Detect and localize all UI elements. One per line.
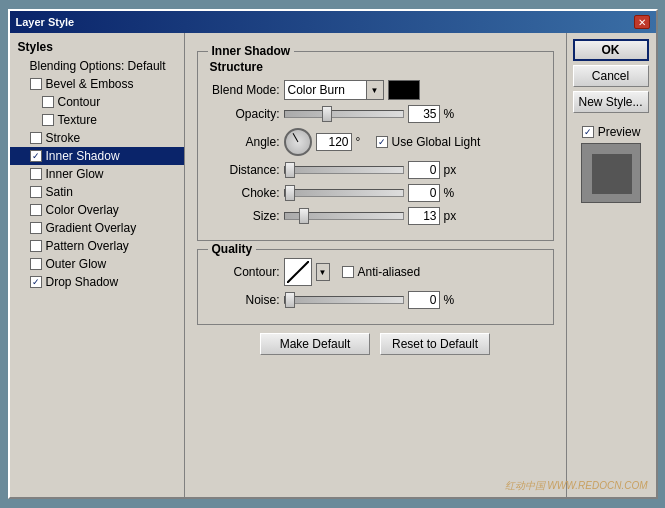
sidebar-item-inner-glow[interactable]: Inner Glow bbox=[10, 165, 184, 183]
title-bar: Layer Style ✕ bbox=[10, 11, 656, 33]
make-default-button[interactable]: Make Default bbox=[260, 333, 370, 355]
new-style-button[interactable]: New Style... bbox=[573, 91, 649, 113]
contour-icon bbox=[287, 261, 309, 283]
contour-label: Contour: bbox=[210, 265, 280, 279]
angle-label: Angle: bbox=[210, 135, 280, 149]
quality-title: Quality bbox=[208, 242, 257, 256]
size-input[interactable] bbox=[408, 207, 440, 225]
left-panel: Styles Blending Options: DefaultBevel & … bbox=[10, 33, 185, 497]
layer-style-dialog: Layer Style ✕ Styles Blending Options: D… bbox=[8, 9, 658, 499]
noise-unit: % bbox=[444, 293, 460, 307]
opacity-input[interactable] bbox=[408, 105, 440, 123]
structure-subtitle: Structure bbox=[210, 60, 541, 74]
choke-slider[interactable] bbox=[284, 189, 404, 197]
contour-preview[interactable] bbox=[284, 258, 312, 286]
sidebar-item-pattern-overlay[interactable]: Pattern Overlay bbox=[10, 237, 184, 255]
distance-row: Distance: px bbox=[210, 161, 541, 179]
checkbox-satin[interactable] bbox=[30, 186, 42, 198]
checkbox-gradient-overlay[interactable] bbox=[30, 222, 42, 234]
noise-slider[interactable] bbox=[284, 296, 404, 304]
noise-label: Noise: bbox=[210, 293, 280, 307]
angle-input[interactable] bbox=[316, 133, 352, 151]
noise-input[interactable] bbox=[408, 291, 440, 309]
opacity-label: Opacity: bbox=[210, 107, 280, 121]
blend-mode-select[interactable]: Color Burn Normal Multiply bbox=[284, 80, 384, 100]
noise-row: Noise: % bbox=[210, 291, 541, 309]
inner-shadow-section: Inner Shadow Structure Blend Mode: Color… bbox=[197, 51, 554, 241]
blend-mode-select-wrapper: Color Burn Normal Multiply ▼ bbox=[284, 80, 384, 100]
angle-needle bbox=[292, 133, 298, 142]
sidebar-item-bevel-emboss[interactable]: Bevel & Emboss bbox=[10, 75, 184, 93]
checkbox-stroke[interactable] bbox=[30, 132, 42, 144]
size-row: Size: px bbox=[210, 207, 541, 225]
sidebar-item-contour[interactable]: Contour bbox=[10, 93, 184, 111]
dialog-title: Layer Style bbox=[16, 16, 75, 28]
preview-label[interactable]: ✓ Preview bbox=[582, 125, 641, 139]
bottom-buttons: Make Default Reset to Default bbox=[197, 333, 554, 355]
cancel-button[interactable]: Cancel bbox=[573, 65, 649, 87]
contour-row: Contour: ▼ Anti-aliased bbox=[210, 258, 541, 286]
blend-mode-label: Blend Mode: bbox=[210, 83, 280, 97]
checkbox-inner-glow[interactable] bbox=[30, 168, 42, 180]
checkbox-bevel-emboss[interactable] bbox=[30, 78, 42, 90]
main-content: Inner Shadow Structure Blend Mode: Color… bbox=[185, 33, 566, 497]
sidebar-item-color-overlay[interactable]: Color Overlay bbox=[10, 201, 184, 219]
sidebar-item-gradient-overlay[interactable]: Gradient Overlay bbox=[10, 219, 184, 237]
sidebar-item-blending-options[interactable]: Blending Options: Default bbox=[10, 57, 184, 75]
choke-label: Choke: bbox=[210, 186, 280, 200]
preview-container: ✓ Preview bbox=[573, 125, 650, 203]
watermark: 红动中国 WWW.REDOCN.COM bbox=[505, 479, 648, 493]
color-swatch[interactable] bbox=[388, 80, 420, 100]
sidebar-item-stroke[interactable]: Stroke bbox=[10, 129, 184, 147]
preview-checkbox[interactable]: ✓ bbox=[582, 126, 594, 138]
close-button[interactable]: ✕ bbox=[634, 15, 650, 29]
sidebar-item-outer-glow[interactable]: Outer Glow bbox=[10, 255, 184, 273]
use-global-light-label[interactable]: ✓ Use Global Light bbox=[376, 135, 481, 149]
angle-dial[interactable] bbox=[284, 128, 312, 156]
styles-list: Blending Options: DefaultBevel & EmbossC… bbox=[10, 57, 184, 291]
distance-label: Distance: bbox=[210, 163, 280, 177]
checkbox-drop-shadow[interactable]: ✓ bbox=[30, 276, 42, 288]
opacity-slider[interactable] bbox=[284, 110, 404, 118]
ok-button[interactable]: OK bbox=[573, 39, 649, 61]
anti-aliased-checkbox[interactable] bbox=[342, 266, 354, 278]
choke-row: Choke: % bbox=[210, 184, 541, 202]
contour-dropdown-arrow[interactable]: ▼ bbox=[316, 263, 330, 281]
checkbox-pattern-overlay[interactable] bbox=[30, 240, 42, 252]
size-label: Size: bbox=[210, 209, 280, 223]
choke-unit: % bbox=[444, 186, 460, 200]
checkbox-contour[interactable] bbox=[42, 96, 54, 108]
angle-unit: ° bbox=[356, 135, 372, 149]
quality-section: Quality Contour: ▼ bbox=[197, 249, 554, 325]
angle-row: Angle: ° ✓ Use Global Light bbox=[210, 128, 541, 156]
right-panel: OK Cancel New Style... ✓ Preview bbox=[566, 33, 656, 497]
checkbox-color-overlay[interactable] bbox=[30, 204, 42, 216]
size-slider[interactable] bbox=[284, 212, 404, 220]
anti-aliased-label[interactable]: Anti-aliased bbox=[342, 265, 421, 279]
checkbox-inner-shadow[interactable]: ✓ bbox=[30, 150, 42, 162]
opacity-row: Opacity: % bbox=[210, 105, 541, 123]
opacity-unit: % bbox=[444, 107, 460, 121]
size-unit: px bbox=[444, 209, 460, 223]
dialog-body: Styles Blending Options: DefaultBevel & … bbox=[10, 33, 656, 497]
use-global-light-checkbox[interactable]: ✓ bbox=[376, 136, 388, 148]
checkbox-outer-glow[interactable] bbox=[30, 258, 42, 270]
reset-to-default-button[interactable]: Reset to Default bbox=[380, 333, 490, 355]
distance-slider[interactable] bbox=[284, 166, 404, 174]
blend-mode-row: Blend Mode: Color Burn Normal Multiply ▼ bbox=[210, 80, 541, 100]
checkbox-texture[interactable] bbox=[42, 114, 54, 126]
choke-input[interactable] bbox=[408, 184, 440, 202]
styles-header: Styles bbox=[10, 37, 184, 57]
distance-input[interactable] bbox=[408, 161, 440, 179]
sidebar-item-inner-shadow[interactable]: ✓Inner Shadow bbox=[10, 147, 184, 165]
sidebar-item-drop-shadow[interactable]: ✓Drop Shadow bbox=[10, 273, 184, 291]
preview-inner bbox=[592, 154, 632, 194]
inner-shadow-title: Inner Shadow bbox=[208, 44, 295, 58]
preview-box bbox=[581, 143, 641, 203]
sidebar-item-texture[interactable]: Texture bbox=[10, 111, 184, 129]
distance-unit: px bbox=[444, 163, 460, 177]
sidebar-item-satin[interactable]: Satin bbox=[10, 183, 184, 201]
